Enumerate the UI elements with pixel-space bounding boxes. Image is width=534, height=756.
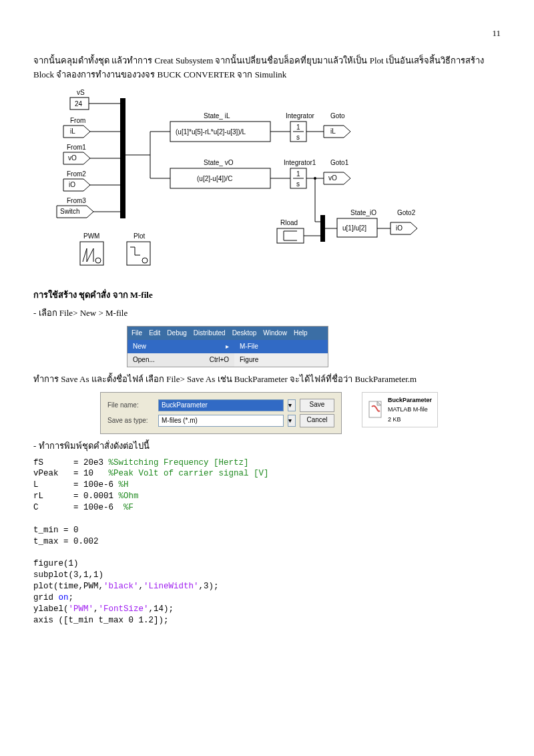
paragraph-saveas: ทำการ Save As และตั้งชื่อไฟล์ เลือก File… <box>33 373 501 387</box>
svg-text:s: s <box>296 180 300 188</box>
svg-text:Integrator: Integrator <box>286 112 314 120</box>
svg-text:From1: From1 <box>67 144 86 151</box>
svg-text:From: From <box>70 117 85 124</box>
svg-text:24: 24 <box>75 100 83 108</box>
svg-marker-36 <box>324 126 350 138</box>
svg-text:From3: From3 <box>67 197 86 204</box>
menu-edit: Edit <box>149 328 160 339</box>
svg-text:1: 1 <box>296 170 300 178</box>
file-name: BuckParameter <box>388 395 432 405</box>
svg-text:Goto2: Goto2 <box>397 209 416 216</box>
heading-mfile: การใช้สร้าง ชุดคำสั่ง จาก M-file <box>33 289 501 303</box>
svg-marker-67 <box>390 222 417 234</box>
svg-text:(u[1]*u[5]-rL*u[2]-u[3])/L: (u[1]*u[5]-rL*u[2]-u[3])/L <box>176 128 246 136</box>
simulink-diagram: .lbl{font:10px sans-serif;} .blk{fill:#f… <box>53 88 501 275</box>
menu-open: Open...Ctrl+O <box>127 353 234 367</box>
page-number: 11 <box>33 27 501 41</box>
svg-rect-20 <box>120 98 125 218</box>
submenu-figure: Figure <box>234 353 328 367</box>
svg-text:vO: vO <box>68 154 77 162</box>
file-sub: MATLAB M-file <box>388 405 432 414</box>
svg-point-74 <box>142 258 148 263</box>
svg-text:iL: iL <box>70 128 75 135</box>
svg-marker-5 <box>63 126 90 138</box>
svg-marker-9 <box>63 152 90 164</box>
svg-marker-13 <box>63 179 90 191</box>
svg-marker-49 <box>324 172 350 184</box>
save-button: Save <box>300 399 334 412</box>
svg-text:Integrator1: Integrator1 <box>284 159 316 166</box>
svg-text:(u[2]-u[4])/C: (u[2]-u[4])/C <box>197 175 232 182</box>
svg-text:vO: vO <box>328 174 337 182</box>
menu-debug: Debug <box>167 328 186 339</box>
menu-new: New▸ <box>127 340 234 353</box>
filetype-field: M-files (*.m) <box>158 415 284 427</box>
svg-text:Goto: Goto <box>330 112 345 120</box>
step-select-mfile: - เลือก File> New > M-file <box>33 307 501 321</box>
step-type-commands: - ทำการพิมพ์ชุดคำสั่งดังต่อไปนี้ <box>33 439 501 453</box>
svg-point-71 <box>95 258 101 263</box>
svg-text:Goto1: Goto1 <box>330 159 349 166</box>
svg-text:s: s <box>296 134 300 141</box>
matlab-menu-screenshot: File Edit Debug Distributed Desktop Wind… <box>127 326 328 367</box>
svg-text:State_iO: State_iO <box>350 209 376 216</box>
cancel-button: Cancel <box>300 414 334 427</box>
file-icon-box: BuckParameter MATLAB M-file 2 KB <box>362 392 438 427</box>
code-block: fS = 20e3 %Switching Frequency [Hertz] v… <box>33 457 501 626</box>
svg-rect-55 <box>277 228 304 243</box>
svg-text:vS: vS <box>77 89 85 96</box>
svg-text:1: 1 <box>296 124 300 131</box>
svg-text:State_ vO: State_ vO <box>204 159 234 166</box>
paragraph-intro: จากนั้นคลุมดำทั้งชุด แล้วทำการ Creat Sub… <box>33 54 501 82</box>
filename-label: File name: <box>107 400 154 411</box>
menu-desktop: Desktop <box>232 328 257 339</box>
filetype-label: Save as type: <box>107 415 154 426</box>
filename-field: BuckParameter <box>158 399 284 411</box>
svg-rect-60 <box>320 215 325 242</box>
menu-window: Window <box>263 328 287 339</box>
svg-text:From2: From2 <box>67 170 86 178</box>
svg-text:iO: iO <box>396 224 403 232</box>
svg-text:State_ iL: State_ iL <box>204 112 230 120</box>
svg-text:Rload: Rload <box>280 219 298 226</box>
file-size: 2 KB <box>388 415 432 424</box>
menu-help: Help <box>294 328 308 339</box>
svg-text:Plot: Plot <box>134 232 145 240</box>
menu-file: File <box>131 328 142 339</box>
menu-distributed: Distributed <box>194 328 226 339</box>
svg-text:PWM: PWM <box>83 232 99 240</box>
svg-text:iL: iL <box>330 128 336 135</box>
svg-text:u[1]/u[2]: u[1]/u[2] <box>342 224 366 232</box>
svg-text:Switch: Switch <box>60 208 79 215</box>
svg-text:iO: iO <box>69 181 75 188</box>
saveas-screenshot: File name: BuckParameter ▾ Save Save as … <box>100 392 501 434</box>
submenu-mfile: M-File <box>234 340 328 353</box>
